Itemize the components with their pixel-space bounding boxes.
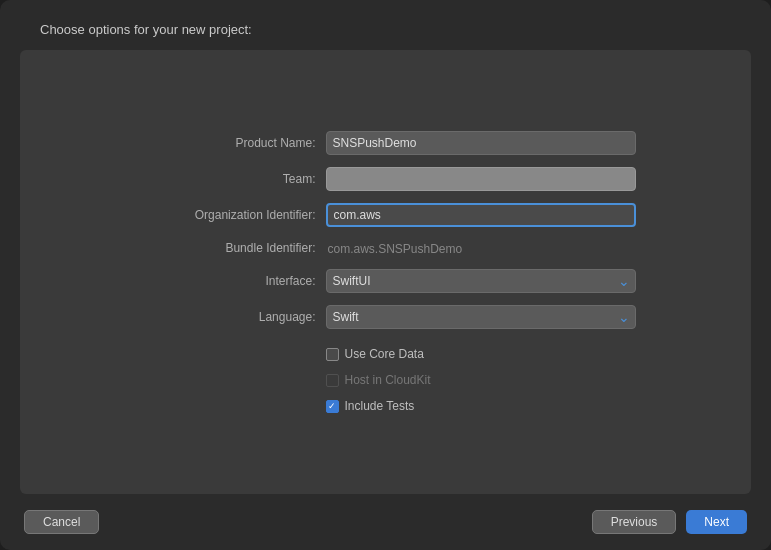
host-in-cloudkit-row: Host in CloudKit <box>326 373 636 387</box>
language-select-wrapper: Swift Objective-C ⌄ <box>326 305 636 329</box>
language-control: Swift Objective-C ⌄ <box>326 305 636 329</box>
product-name-label: Product Name: <box>136 136 326 150</box>
interface-select[interactable]: SwiftUI Storyboard <box>326 269 636 293</box>
interface-label: Interface: <box>136 274 326 288</box>
product-name-row: Product Name: <box>136 131 636 155</box>
include-tests-row: Include Tests <box>326 399 636 413</box>
org-identifier-control <box>326 203 636 227</box>
form-panel: Product Name: Team: Organization Identif… <box>20 50 751 494</box>
use-core-data-label: Use Core Data <box>345 347 424 361</box>
host-in-cloudkit-checkbox[interactable] <box>326 374 339 387</box>
use-core-data-checkbox[interactable] <box>326 348 339 361</box>
host-in-cloudkit-label: Host in CloudKit <box>345 373 431 387</box>
language-row: Language: Swift Objective-C ⌄ <box>136 305 636 329</box>
cancel-button[interactable]: Cancel <box>24 510 99 534</box>
new-project-dialog: Choose options for your new project: Pro… <box>0 0 771 550</box>
bundle-identifier-value: com.aws.SNSPushDemo <box>326 238 465 260</box>
dialog-header: Choose options for your new project: <box>0 20 771 50</box>
team-input[interactable] <box>326 167 636 191</box>
next-button[interactable]: Next <box>686 510 747 534</box>
include-tests-label: Include Tests <box>345 399 415 413</box>
bundle-identifier-row: Bundle Identifier: com.aws.SNSPushDemo <box>136 239 636 257</box>
bundle-identifier-label: Bundle Identifier: <box>136 241 326 255</box>
interface-control: SwiftUI Storyboard ⌄ <box>326 269 636 293</box>
org-identifier-label: Organization Identifier: <box>136 208 326 222</box>
previous-button[interactable]: Previous <box>592 510 677 534</box>
interface-select-wrapper: SwiftUI Storyboard ⌄ <box>326 269 636 293</box>
language-select[interactable]: Swift Objective-C <box>326 305 636 329</box>
footer-right-buttons: Previous Next <box>592 510 747 534</box>
form-fields: Product Name: Team: Organization Identif… <box>136 131 636 413</box>
product-name-input[interactable] <box>326 131 636 155</box>
org-identifier-row: Organization Identifier: <box>136 203 636 227</box>
bundle-identifier-control: com.aws.SNSPushDemo <box>326 239 636 257</box>
include-tests-checkbox[interactable] <box>326 400 339 413</box>
dialog-footer: Cancel Previous Next <box>0 494 771 550</box>
language-label: Language: <box>136 310 326 324</box>
dialog-title: Choose options for your new project: <box>40 22 252 37</box>
team-label: Team: <box>136 172 326 186</box>
team-row: Team: <box>136 167 636 191</box>
use-core-data-row: Use Core Data <box>326 347 636 361</box>
interface-row: Interface: SwiftUI Storyboard ⌄ <box>136 269 636 293</box>
team-control <box>326 167 636 191</box>
org-identifier-input[interactable] <box>326 203 636 227</box>
product-name-control <box>326 131 636 155</box>
